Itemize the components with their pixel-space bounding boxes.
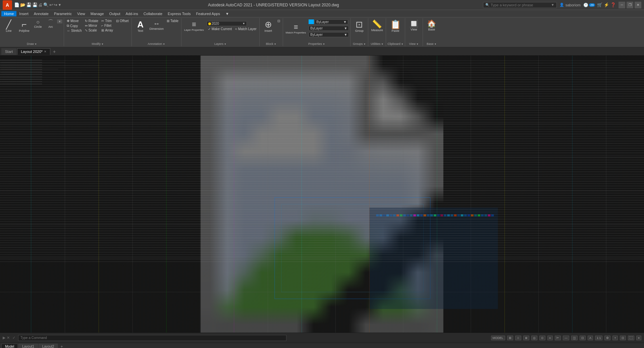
search-box[interactable]: 🔍 ▼: [483, 2, 557, 8]
arc-button[interactable]: ⌒ Arc: [45, 19, 57, 29]
array-button[interactable]: ⊞ Array: [100, 28, 114, 32]
close-button[interactable]: ✕: [635, 2, 641, 8]
offset-button[interactable]: ⊟ Offset: [115, 19, 130, 23]
tab-layout2020[interactable]: Layout 2020* ✕: [17, 48, 50, 55]
layout-tab-add-button[interactable]: +: [58, 344, 65, 348]
match-properties-button[interactable]: ≡ Match Properties: [284, 19, 307, 38]
cart-icon[interactable]: 🛒: [597, 2, 602, 7]
menu-view[interactable]: View: [74, 11, 88, 16]
make-current-button[interactable]: ✓ Make Current: [207, 27, 233, 31]
lineweight-button[interactable]: —: [563, 336, 569, 340]
tab-start[interactable]: Start: [1, 48, 16, 55]
properties-dropdown-icon[interactable]: ▼: [323, 43, 325, 45]
print-icon[interactable]: 🖨: [38, 2, 43, 7]
undo-icon[interactable]: ↩: [49, 2, 53, 7]
save-icon[interactable]: 💾: [26, 2, 32, 7]
layers-dropdown-icon[interactable]: ▼: [224, 43, 226, 45]
autodesk-icon[interactable]: ⚡: [604, 2, 609, 7]
polar-button[interactable]: ◎: [531, 336, 537, 340]
block-tools-more[interactable]: ⊡: [276, 19, 281, 23]
menu-addins[interactable]: Add-ins: [123, 11, 141, 16]
accept-icon[interactable]: ✓: [12, 336, 15, 340]
new-icon[interactable]: 📄: [14, 2, 19, 7]
layout-tab-model[interactable]: Model: [1, 344, 18, 348]
tab-close-layout2020[interactable]: ✕: [44, 50, 47, 53]
insert-button[interactable]: ⊕ Insert: [261, 19, 276, 34]
measure-button[interactable]: 📏 Measure: [370, 19, 384, 33]
ducs-button[interactable]: ⊢: [555, 336, 561, 340]
groups-dropdown-icon[interactable]: ▼: [364, 43, 366, 45]
view-button[interactable]: 🔲 View: [407, 19, 421, 32]
view-dropdown-icon[interactable]: ▼: [416, 43, 419, 45]
trim-button[interactable]: ✂ Trim: [100, 19, 114, 23]
layout-tab-layout2[interactable]: Layout2: [39, 344, 58, 348]
circle-button[interactable]: ○ Circle: [32, 19, 44, 29]
base-button[interactable]: 🏠 Base: [424, 19, 439, 32]
lineweight-dropdown[interactable]: ByLayer▼: [309, 32, 349, 37]
menu-home[interactable]: Home: [1, 11, 16, 16]
paste-button[interactable]: 📋 Paste: [388, 19, 403, 34]
command-input[interactable]: [18, 335, 286, 341]
osnap-button[interactable]: ⊙: [539, 336, 545, 340]
menu-annotate[interactable]: Annotate: [31, 11, 51, 16]
clipboard-dropdown-icon[interactable]: ▼: [401, 43, 404, 45]
workspace-button[interactable]: ⊡: [620, 336, 626, 340]
annotation-dropdown-icon[interactable]: ▼: [163, 43, 165, 45]
print-preview-icon[interactable]: 🔍: [43, 2, 49, 7]
grid-button[interactable]: ⊞: [507, 336, 513, 340]
base-dropdown-icon[interactable]: ▼: [434, 43, 437, 45]
notification-area[interactable]: 🕐 29: [583, 3, 595, 7]
help-icon[interactable]: ❓: [610, 2, 616, 7]
search-input[interactable]: [491, 3, 551, 7]
scale-button[interactable]: ⤡ Scale: [84, 28, 100, 32]
rotate-button[interactable]: ↻ Rotate: [84, 19, 100, 23]
open-icon[interactable]: 📂: [20, 2, 25, 7]
selection-button[interactable]: ⊡: [580, 336, 586, 340]
otrack-button[interactable]: ∞: [547, 336, 553, 340]
menu-manage[interactable]: Manage: [88, 11, 107, 16]
utilities-dropdown-icon[interactable]: ▼: [381, 43, 383, 45]
copy-button[interactable]: ⧉ Copy: [65, 23, 83, 28]
mirror-button[interactable]: ⇔ Mirror: [84, 23, 100, 28]
menu-insert[interactable]: Insert: [16, 11, 31, 16]
draw-more-button[interactable]: ▼: [57, 19, 62, 23]
line-button[interactable]: ╱ Line: [1, 19, 16, 34]
table-button[interactable]: ⊞ Table: [165, 19, 180, 23]
layer-properties-button[interactable]: ≡ Layer Properties: [183, 19, 205, 33]
redo-icon[interactable]: ↪: [54, 2, 57, 7]
restore-button[interactable]: ❐: [627, 2, 633, 8]
fullscreen-button[interactable]: ⛶: [628, 336, 634, 340]
cancel-icon[interactable]: ✕: [7, 336, 10, 340]
group-button[interactable]: ⊡ Group: [352, 19, 367, 34]
menu-collaborate[interactable]: Collaborate: [141, 11, 165, 16]
stretch-button[interactable]: ↔ Stretch: [65, 28, 83, 33]
menu-output[interactable]: Output: [107, 11, 123, 16]
save-as-icon[interactable]: 💾: [32, 2, 38, 7]
canvas-wrapper[interactable]: XXXXXXXXXXXXXXXXXXXXXXXXXXXXXXXXXXXXXXXX…: [0, 56, 644, 333]
drawing-canvas[interactable]: XXXXXXXXXXXXXXXXXXXXXXXXXXXXXXXXXXXXXXXX…: [0, 56, 644, 333]
modify-dropdown-icon[interactable]: ▼: [101, 43, 104, 45]
menu-parametric[interactable]: Parametric: [51, 11, 74, 16]
snap-button[interactable]: ⊹: [515, 336, 521, 340]
scale-button[interactable]: 1:1: [595, 336, 603, 340]
plus-button[interactable]: +: [612, 336, 618, 340]
model-toggle[interactable]: MODEL: [491, 336, 505, 340]
dimension-button[interactable]: ↔ Dimension: [148, 19, 165, 32]
fillet-button[interactable]: ⌐ Fillet: [100, 23, 114, 28]
menu-express-tools[interactable]: Express Tools: [165, 11, 193, 16]
linetype-dropdown[interactable]: ByLayer▼: [309, 26, 349, 31]
ortho-button[interactable]: ⊕: [523, 336, 529, 340]
customize-button[interactable]: ≡: [636, 336, 641, 340]
settings-button[interactable]: ⚙: [604, 336, 610, 340]
layout-tab-layout1[interactable]: Layout1: [18, 344, 38, 348]
polyline-button[interactable]: ⌐ Polyline: [17, 19, 32, 34]
match-layer-button[interactable]: ≈ Match Layer: [234, 27, 258, 31]
minimize-button[interactable]: ─: [619, 2, 625, 8]
menu-workspace-dropdown[interactable]: ▼: [223, 11, 232, 16]
move-button[interactable]: ✥ Move: [65, 19, 83, 23]
draw-dropdown-icon[interactable]: ▼: [35, 43, 37, 45]
search-dropdown-icon[interactable]: ▼: [551, 3, 554, 7]
layer-dropdown[interactable]: 2020 ▼: [207, 21, 247, 26]
annotscale-button[interactable]: A: [588, 336, 593, 340]
menu-featured-apps[interactable]: Featured Apps: [193, 11, 223, 16]
